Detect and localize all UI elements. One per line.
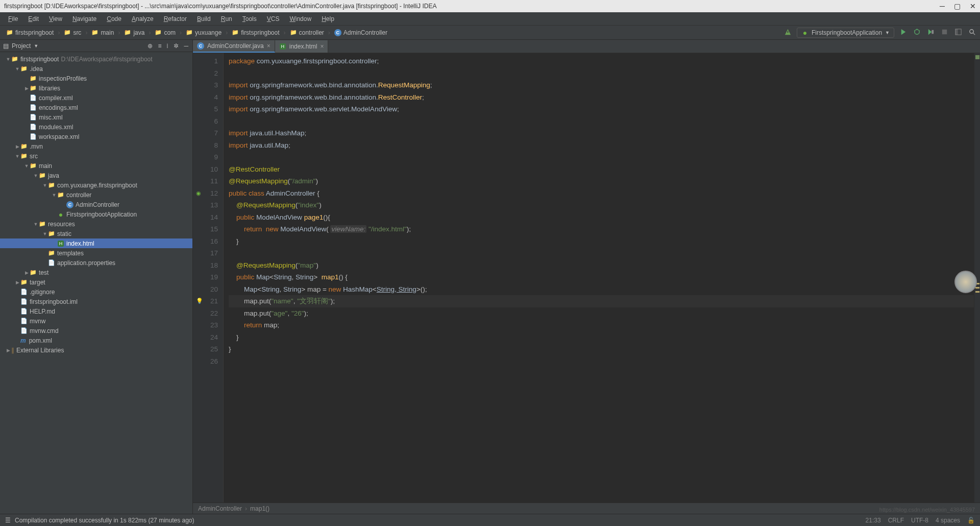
tree-node[interactable]: modules.xml bbox=[0, 122, 192, 132]
breadcrumb-item[interactable]: controller bbox=[287, 28, 327, 37]
status-icon[interactable]: ☰ bbox=[5, 517, 11, 524]
project-tree[interactable]: ▼firstspringbootD:\IDEAworkspace\firstsp… bbox=[0, 52, 192, 514]
tree-node[interactable]: ▼resources bbox=[0, 219, 192, 229]
project-structure-icon[interactable] bbox=[953, 27, 963, 38]
spring-icon bbox=[801, 29, 808, 36]
menu-build[interactable]: Build bbox=[193, 14, 215, 23]
tree-node[interactable]: ▼com.yuxuange.firstspringboot bbox=[0, 180, 192, 190]
breadcrumb-item[interactable]: firstspringboot bbox=[229, 28, 282, 37]
tree-node[interactable]: workspace.xml bbox=[0, 132, 192, 141]
tree-node[interactable]: ▶∥External Libraries bbox=[0, 345, 192, 355]
tree-node[interactable]: firstspringboot.iml bbox=[0, 297, 192, 306]
folder-icon bbox=[30, 269, 37, 276]
file-encoding[interactable]: UTF-8 bbox=[911, 517, 928, 524]
collapse-all-icon[interactable]: ⁞ bbox=[165, 41, 169, 51]
tree-node[interactable]: ▶target bbox=[0, 277, 192, 287]
breadcrumb-item[interactable]: java bbox=[121, 28, 148, 37]
tree-node[interactable]: ▶test bbox=[0, 268, 192, 277]
breadcrumb-item[interactable]: firstspringboot bbox=[3, 28, 57, 37]
code-body[interactable]: package com.yuxuange.firstspringboot.con… bbox=[224, 53, 974, 503]
folder-icon bbox=[30, 85, 37, 92]
tree-node[interactable]: ▼.idea bbox=[0, 64, 192, 74]
menu-vcs[interactable]: VCS bbox=[263, 14, 284, 23]
readonly-lock-icon[interactable]: 🔓 bbox=[967, 517, 975, 524]
stop-button[interactable] bbox=[940, 27, 949, 38]
breadcrumb-item[interactable]: main bbox=[88, 28, 117, 37]
tree-node[interactable]: mvnw bbox=[0, 316, 192, 326]
menu-help[interactable]: Help bbox=[317, 14, 338, 23]
html-icon bbox=[57, 240, 64, 247]
menu-tools[interactable]: Tools bbox=[238, 14, 261, 23]
editor-tab[interactable]: AdminController.java× bbox=[193, 40, 275, 53]
gear-icon[interactable]: ✲ bbox=[173, 41, 180, 51]
tree-node[interactable]: ▼src bbox=[0, 151, 192, 161]
tree-node[interactable]: AdminController bbox=[0, 200, 192, 209]
editor-tab[interactable]: index.html× bbox=[275, 40, 329, 53]
build-icon[interactable] bbox=[783, 27, 793, 38]
breadcrumb-item[interactable]: src bbox=[61, 28, 84, 37]
editor-crumb-method[interactable]: map1() bbox=[250, 505, 270, 512]
menu-view[interactable]: View bbox=[45, 14, 66, 23]
expand-all-icon[interactable]: ≡ bbox=[157, 41, 162, 51]
line-gutter[interactable]: 1234567891011◉121314151617181920💡2122232… bbox=[193, 53, 224, 503]
menu-edit[interactable]: Edit bbox=[24, 14, 43, 23]
breadcrumb-item[interactable]: com bbox=[152, 28, 179, 37]
run-coverage-button[interactable] bbox=[926, 27, 936, 38]
code-editor[interactable]: 1234567891011◉121314151617181920💡2122232… bbox=[193, 53, 980, 503]
tree-node[interactable]: .gitignore bbox=[0, 287, 192, 297]
editor-breadcrumb[interactable]: AdminController › map1() bbox=[193, 503, 980, 514]
search-icon[interactable] bbox=[967, 27, 977, 38]
avatar[interactable] bbox=[954, 271, 977, 293]
folder-icon bbox=[48, 230, 55, 237]
cursor-position[interactable]: 21:33 bbox=[866, 517, 881, 524]
run-button[interactable] bbox=[898, 27, 908, 38]
project-view-dropdown[interactable]: ▼ bbox=[34, 43, 38, 49]
tree-node[interactable]: ▼main bbox=[0, 161, 192, 171]
menu-run[interactable]: Run bbox=[217, 14, 236, 23]
tree-node[interactable]: inspectionProfiles bbox=[0, 74, 192, 83]
close-button[interactable]: ✕ bbox=[970, 2, 976, 10]
indent-info[interactable]: 4 spaces bbox=[936, 517, 960, 524]
tree-node[interactable]: misc.xml bbox=[0, 112, 192, 122]
run-config-selector[interactable]: FirstspringbootApplication ▼ bbox=[797, 28, 894, 38]
line-separator[interactable]: CRLF bbox=[888, 517, 904, 524]
tree-node[interactable]: compiler.xml bbox=[0, 93, 192, 103]
menu-file[interactable]: File bbox=[4, 14, 22, 23]
minimize-button[interactable]: ─ bbox=[940, 2, 945, 10]
debug-button[interactable] bbox=[912, 27, 922, 38]
menu-refactor[interactable]: Refactor bbox=[160, 14, 191, 23]
maximize-button[interactable]: ▢ bbox=[954, 2, 961, 10]
run-config-label: FirstspringbootApplication bbox=[812, 29, 882, 36]
editor-crumb-class[interactable]: AdminController bbox=[198, 505, 242, 512]
spring-icon bbox=[57, 211, 64, 218]
menu-analyze[interactable]: Analyze bbox=[128, 14, 158, 23]
close-tab-icon[interactable]: × bbox=[320, 43, 324, 50]
tree-node[interactable]: mpom.xml bbox=[0, 336, 192, 345]
menu-window[interactable]: Window bbox=[285, 14, 315, 23]
spring-gutter-icon[interactable]: ◉ bbox=[196, 187, 201, 200]
folder-icon bbox=[39, 172, 46, 179]
file-icon bbox=[20, 289, 28, 296]
menu-navigate[interactable]: Navigate bbox=[68, 14, 101, 23]
tree-node[interactable]: templates bbox=[0, 248, 192, 258]
select-opened-file-icon[interactable]: ⊕ bbox=[146, 41, 154, 51]
tree-node[interactable]: ▼controller bbox=[0, 190, 192, 200]
tree-node[interactable]: HELP.md bbox=[0, 306, 192, 316]
tree-node[interactable]: ▶libraries bbox=[0, 83, 192, 93]
breadcrumb-item[interactable]: AdminController bbox=[331, 28, 390, 37]
tree-node[interactable]: index.html bbox=[0, 238, 192, 248]
hide-panel-icon[interactable]: ─ bbox=[183, 41, 189, 51]
breadcrumb-item[interactable]: yuxuange bbox=[183, 28, 225, 37]
tree-node[interactable]: ▶.mvn bbox=[0, 141, 192, 151]
menu-code[interactable]: Code bbox=[103, 14, 126, 23]
tree-node[interactable]: encodings.xml bbox=[0, 103, 192, 112]
breadcrumb[interactable]: firstspringboot›src›main›java›com›yuxuan… bbox=[3, 28, 390, 37]
tree-node[interactable]: mvnw.cmd bbox=[0, 326, 192, 336]
close-tab-icon[interactable]: × bbox=[267, 42, 271, 50]
tree-node[interactable]: ▼static bbox=[0, 229, 192, 238]
tree-node[interactable]: ▼firstspringbootD:\IDEAworkspace\firstsp… bbox=[0, 54, 192, 64]
intention-bulb-icon[interactable]: 💡 bbox=[196, 295, 203, 307]
tree-node[interactable]: FirstspringbootApplication bbox=[0, 209, 192, 219]
tree-node[interactable]: ▼java bbox=[0, 171, 192, 180]
tree-node[interactable]: application.properties bbox=[0, 258, 192, 268]
